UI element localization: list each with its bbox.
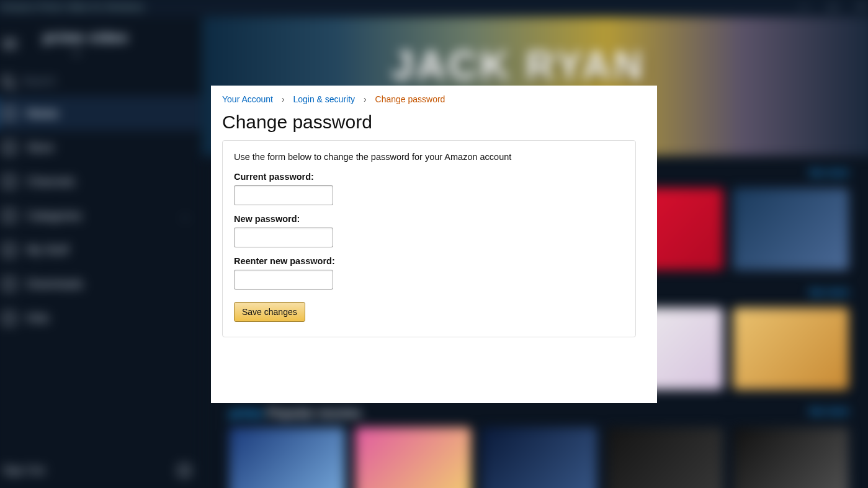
- breadcrumb-sep: ›: [364, 94, 367, 104]
- sidebar-item-channels[interactable]: Channels: [0, 164, 202, 198]
- categories-icon: [2, 210, 15, 222]
- reenter-password-label: Reenter new password:: [234, 256, 624, 266]
- sidebar-item-label: Downloads: [27, 278, 83, 291]
- sign-out-label: Sign Out: [2, 464, 44, 477]
- menu-icon[interactable]: [2, 43, 16, 45]
- breadcrumb: Your Account › Login & security › Change…: [211, 86, 657, 105]
- content-tile[interactable]: [230, 427, 346, 488]
- window-title: Amazon Prime Video for Windows: [0, 1, 144, 11]
- form-card: Use the form below to change the passwor…: [222, 140, 636, 337]
- window-controls: — ▢ ✕: [789, 0, 868, 17]
- form-intro: Use the form below to change the passwor…: [234, 152, 624, 162]
- new-password-field[interactable]: [234, 228, 333, 247]
- sidebar-item-mystuff[interactable]: My Stuff: [0, 233, 202, 267]
- search-icon: [1, 76, 12, 87]
- maximize-icon[interactable]: ▢: [818, 0, 848, 17]
- content-tile[interactable]: [356, 427, 472, 488]
- current-password-label: Current password:: [234, 172, 624, 182]
- see-more-link[interactable]: See more: [809, 406, 849, 416]
- breadcrumb-sep: ›: [282, 94, 285, 104]
- content-tile[interactable]: [607, 427, 723, 488]
- channels-icon: [2, 175, 15, 188]
- sidebar-item-kids[interactable]: Kids: [0, 301, 202, 335]
- close-icon[interactable]: ✕: [848, 0, 868, 17]
- sidebar-item-label: Kids: [27, 312, 49, 325]
- content-tile[interactable]: [481, 427, 597, 488]
- row-title: Popular movies: [267, 406, 362, 420]
- search-row[interactable]: Search: [0, 71, 202, 97]
- breadcrumb-login-security[interactable]: Login & security: [293, 94, 355, 104]
- downloads-icon: [2, 278, 15, 290]
- content-tile[interactable]: [733, 308, 849, 390]
- kids-icon: [2, 312, 15, 324]
- content-tile[interactable]: [733, 188, 849, 270]
- breadcrumb-current: Change password: [375, 94, 445, 104]
- page-title: Change password: [211, 105, 657, 140]
- sidebar-item-label: Store: [27, 141, 54, 154]
- window-titlebar: Amazon Prime Video for Windows — ▢ ✕: [0, 0, 868, 17]
- see-more-link[interactable]: See more: [809, 167, 849, 177]
- store-icon: [2, 141, 15, 154]
- tile-row: [202, 422, 868, 488]
- search-placeholder: Search: [22, 75, 56, 87]
- prime-badge: prime: [230, 406, 264, 420]
- sidebar-item-label: My Stuff: [27, 243, 68, 256]
- sign-out-row[interactable]: Sign Out: [0, 455, 202, 487]
- logo-text: prime video: [43, 29, 128, 46]
- change-password-modal: Your Account › Login & security › Change…: [211, 86, 657, 403]
- new-password-label: New password:: [234, 214, 624, 224]
- save-button[interactable]: Save changes: [234, 302, 305, 322]
- sidebar-item-label: Home: [27, 107, 58, 120]
- sidebar-item-label: Channels: [27, 175, 75, 188]
- sidebar-item-store[interactable]: Store: [0, 130, 202, 164]
- sidebar-item-home[interactable]: Home: [0, 96, 202, 130]
- hero-title: JACK RYAN: [391, 42, 645, 89]
- home-icon: [2, 107, 15, 120]
- see-more-link[interactable]: See more: [809, 286, 849, 296]
- exit-icon: [179, 465, 190, 476]
- reenter-password-field[interactable]: [234, 270, 333, 290]
- sidebar-item-downloads[interactable]: Downloads: [0, 267, 202, 301]
- logo-smile-icon: ⌣: [73, 44, 81, 58]
- sidebar: prime video ⌣ Search Home Store Channels…: [0, 17, 202, 488]
- current-password-field[interactable]: [234, 185, 333, 205]
- chevron-down-icon: ⌄: [181, 209, 190, 223]
- content-tile[interactable]: [733, 427, 849, 488]
- logo-row: prime video ⌣: [0, 17, 202, 71]
- minimize-icon[interactable]: —: [789, 0, 818, 17]
- breadcrumb-your-account[interactable]: Your Account: [222, 94, 273, 104]
- mystuff-icon: [2, 244, 15, 256]
- sidebar-item-categories[interactable]: Categories ⌄: [0, 199, 202, 233]
- sidebar-item-label: Categories: [27, 209, 82, 222]
